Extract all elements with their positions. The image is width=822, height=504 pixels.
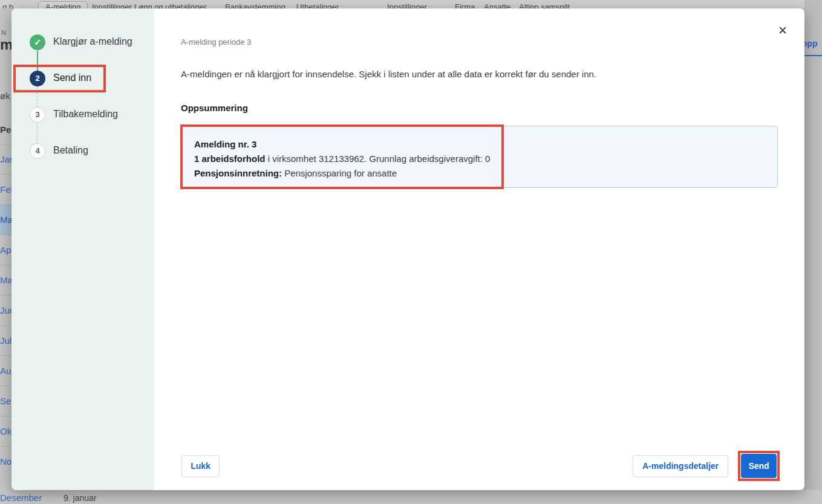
background-tab: Bankavstemming	[225, 2, 285, 8]
step-label: Klargjør a-melding	[53, 36, 132, 47]
step-label: Betaling	[53, 145, 88, 156]
month-row: Apr	[0, 234, 12, 265]
summary-heading: Oppsummering	[181, 103, 248, 113]
month-row: Okt	[0, 416, 12, 446]
month-row: Aug	[0, 355, 12, 386]
a-meldingsdetaljer-button[interactable]: A-meldingsdetaljer	[633, 455, 728, 477]
stepper-step-tilbakemelding: 3 Tilbakemelding	[11, 107, 154, 123]
background-tab: Firma	[455, 2, 475, 8]
background-date-text: 9. januar	[64, 493, 96, 503]
wizard-stepper-sidebar: ✓ Klargjør a-melding 2 Send inn 3 Tilbak…	[11, 8, 154, 490]
month-row-selected: Mar	[0, 204, 12, 234]
backdrop-bottom-area: Desember 9. januar	[0, 490, 822, 504]
month-row: Mai	[0, 265, 12, 295]
background-heading-fragment: m	[0, 36, 11, 53]
lukk-button[interactable]: Lukk	[181, 455, 220, 477]
background-tab: Ansatte	[484, 2, 510, 8]
background-month-link: Desember	[0, 493, 42, 503]
stepper-step-klargjor: ✓ Klargjør a-melding	[11, 34, 154, 50]
background-tab: Altinn samspilt	[519, 2, 570, 8]
month-row: Nov	[0, 446, 12, 476]
background-tab: Utbetalinger	[296, 2, 339, 8]
send-button[interactable]: Send	[741, 454, 777, 478]
background-tab: g b	[2, 2, 13, 8]
step-number-badge: 4	[30, 143, 45, 159]
month-row: Sep	[0, 386, 12, 416]
background-tab-strip: g b A-melding Innstillinger Lønn og utbe…	[0, 0, 822, 8]
backdrop-right-area	[804, 0, 822, 504]
stepper-step-betaling: 4 Betaling	[11, 143, 154, 159]
step-done-check-icon: ✓	[30, 34, 45, 50]
background-text-fragment: øk	[0, 91, 11, 101]
step-number-badge: 3	[30, 107, 45, 123]
month-row: Jan	[0, 144, 12, 174]
month-row: Feb	[0, 174, 12, 204]
annotation-box-send-inn-step	[13, 65, 106, 92]
background-tab: Innstillinger	[92, 2, 132, 8]
background-tab: Lønn og utbetalinger	[134, 2, 206, 8]
step-label: Tilbakemelding	[53, 109, 118, 120]
background-tab: A-melding	[45, 2, 81, 8]
close-icon[interactable]: ✕	[775, 23, 791, 39]
dialog-period-label: A-melding periode 3	[181, 37, 251, 47]
month-row: Juli	[0, 325, 12, 355]
annotation-box-summary	[180, 124, 504, 189]
step-connector	[37, 123, 38, 143]
a-melding-send-dialog: ✓ Klargjør a-melding 2 Send inn 3 Tilbak…	[11, 8, 804, 490]
dialog-intro-text: A-meldingen er nå klargjort for innsende…	[181, 69, 786, 79]
background-tab: Innstillinger	[387, 2, 427, 8]
background-column-header-fragment: Peri	[0, 124, 11, 135]
month-row: Jun	[0, 295, 12, 325]
